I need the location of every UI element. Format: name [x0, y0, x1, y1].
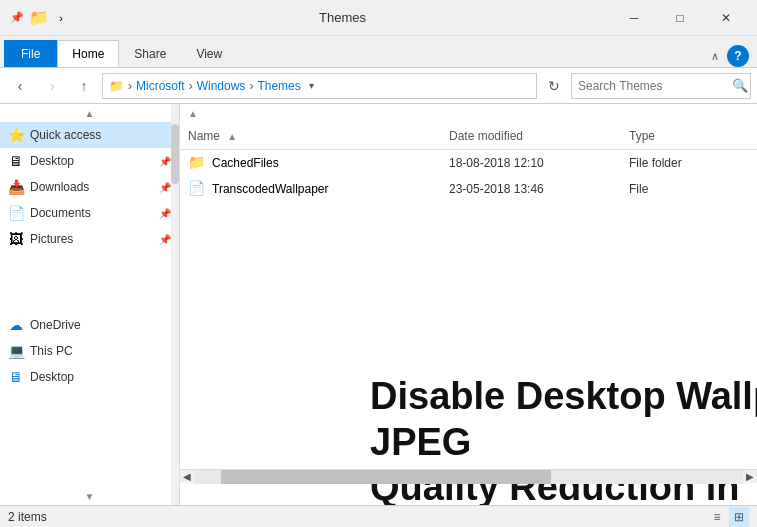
sidebar-this-pc-label: This PC: [30, 344, 73, 358]
sidebar-item-desktop2[interactable]: 🖥 Desktop: [0, 364, 179, 390]
desktop2-icon: 🖥: [8, 369, 24, 385]
sidebar-desktop2-label: Desktop: [30, 370, 74, 384]
sidebar-scroll-down[interactable]: ▼: [0, 487, 179, 505]
pin-downloads-icon: 📌: [159, 182, 171, 193]
search-box[interactable]: 🔍: [571, 73, 751, 99]
file-date-cached: 18-08-2018 12:10: [449, 156, 629, 170]
maximize-button[interactable]: □: [657, 0, 703, 36]
minimize-button[interactable]: ─: [611, 0, 657, 36]
sidebar-downloads-label: Downloads: [30, 180, 89, 194]
desktop-icon: 🖥: [8, 153, 24, 169]
scroll-right-button[interactable]: ▶: [743, 470, 757, 484]
forward-button[interactable]: ›: [38, 72, 66, 100]
help-button[interactable]: ?: [727, 45, 749, 67]
table-row[interactable]: 📄 TranscodedWallpaper 23-05-2018 13:46 F…: [180, 176, 757, 202]
pin-desktop-icon: 📌: [159, 156, 171, 167]
tab-view[interactable]: View: [181, 40, 237, 67]
scroll-thumb: [221, 470, 550, 484]
path-folder-icon: 📁: [109, 79, 124, 93]
horizontal-scrollbar[interactable]: ◀ ▶: [180, 469, 757, 483]
search-input[interactable]: [578, 79, 728, 93]
tab-home[interactable]: Home: [57, 40, 119, 67]
scroll-left-button[interactable]: ◀: [180, 470, 194, 484]
sidebar-item-pictures[interactable]: 🖼 Pictures 📌: [0, 226, 179, 252]
title-bar-icons: 📌 📁 ›: [8, 9, 70, 27]
pictures-icon: 🖼: [8, 231, 24, 247]
path-sep-0: ›: [128, 79, 132, 93]
col-date[interactable]: Date modified: [449, 129, 629, 143]
ribbon-tabs: File Home Share View ∧ ?: [0, 36, 757, 68]
address-bar: ‹ › ↑ 📁 › Microsoft › Windows › Themes ▾…: [0, 68, 757, 104]
arrow-icon: ›: [52, 9, 70, 27]
status-item-count: 2 items: [8, 510, 699, 524]
folder-cached-icon: 📁: [188, 154, 206, 172]
sidebar-item-downloads[interactable]: 📥 Downloads 📌: [0, 174, 179, 200]
search-icon[interactable]: 🔍: [732, 78, 748, 93]
ribbon-right: ∧ ?: [707, 45, 757, 67]
tab-file[interactable]: File: [4, 40, 57, 67]
documents-icon: 📄: [8, 205, 24, 221]
file-list-header: Name ▲ Date modified Type: [180, 122, 757, 150]
sidebar-item-this-pc[interactable]: 💻 This PC: [0, 338, 179, 364]
file-type-transcoded: File: [629, 182, 749, 196]
sidebar-pictures-label: Pictures: [30, 232, 73, 246]
sidebar-onedrive-label: OneDrive: [30, 318, 81, 332]
path-sep-2: ›: [249, 79, 253, 93]
sidebar-item-quick-access[interactable]: ⭐ Quick access: [0, 122, 179, 148]
col-name[interactable]: Name ▲: [188, 129, 449, 143]
file-area-wrapper: ▲ Name ▲ Date modified Type 📁 CachedFile…: [180, 104, 757, 505]
close-button[interactable]: ✕: [703, 0, 749, 36]
window-title: Themes: [74, 10, 611, 25]
address-path[interactable]: 📁 › Microsoft › Windows › Themes ▾: [102, 73, 537, 99]
sidebar-documents-label: Documents: [30, 206, 91, 220]
view-icons: ≡ ⊞: [707, 507, 749, 527]
file-date-transcoded: 23-05-2018 13:46: [449, 182, 629, 196]
status-bar: 2 items ≡ ⊞: [0, 505, 757, 527]
refresh-button[interactable]: ↻: [541, 73, 567, 99]
main-layout: ▲ ⭐ Quick access 🖥 Desktop 📌 📥 Downloads…: [0, 104, 757, 505]
view-detail-button[interactable]: ≡: [707, 507, 727, 527]
view-grid-button[interactable]: ⊞: [729, 507, 749, 527]
pin-pictures-icon: 📌: [159, 234, 171, 245]
col-name-label: Name: [188, 129, 220, 143]
sidebar-item-documents[interactable]: 📄 Documents 📌: [0, 200, 179, 226]
this-pc-icon: 💻: [8, 343, 24, 359]
table-row[interactable]: 📁 CachedFiles 18-08-2018 12:10 File fold…: [180, 150, 757, 176]
sidebar-desktop-label: Desktop: [30, 154, 74, 168]
path-themes[interactable]: Themes: [257, 79, 300, 93]
path-windows[interactable]: Windows: [197, 79, 246, 93]
downloads-icon: 📥: [8, 179, 24, 195]
folder-icon: 📁: [30, 9, 48, 27]
sidebar-scrollbar[interactable]: [171, 104, 179, 505]
up-button[interactable]: ↑: [70, 72, 98, 100]
col-type[interactable]: Type: [629, 129, 749, 143]
back-button[interactable]: ‹: [6, 72, 34, 100]
sidebar-item-desktop[interactable]: 🖥 Desktop 📌: [0, 148, 179, 174]
sidebar: ▲ ⭐ Quick access 🖥 Desktop 📌 📥 Downloads…: [0, 104, 180, 505]
file-area: ▲ Name ▲ Date modified Type 📁 CachedFile…: [180, 104, 757, 505]
pin-icon: 📌: [8, 9, 26, 27]
file-name-transcoded: TranscodedWallpaper: [212, 182, 449, 196]
star-icon: ⭐: [8, 127, 24, 143]
scroll-track[interactable]: [194, 470, 743, 484]
path-sep-1: ›: [189, 79, 193, 93]
ribbon-chevron-icon[interactable]: ∧: [707, 46, 723, 67]
file-name-cached: CachedFiles: [212, 156, 449, 170]
file-transcoded-icon: 📄: [188, 180, 206, 198]
sidebar-item-onedrive[interactable]: ☁ OneDrive: [0, 312, 179, 338]
sidebar-scrollbar-thumb: [171, 124, 179, 184]
pin-documents-icon: 📌: [159, 208, 171, 219]
title-bar: 📌 📁 › Themes ─ □ ✕: [0, 0, 757, 36]
sidebar-quick-access-label: Quick access: [30, 128, 101, 142]
path-dropdown-icon[interactable]: ▾: [309, 80, 314, 91]
path-microsoft[interactable]: Microsoft: [136, 79, 185, 93]
file-type-cached: File folder: [629, 156, 749, 170]
sort-arrow-top[interactable]: ▲: [188, 108, 198, 119]
tab-share[interactable]: Share: [119, 40, 181, 67]
window-controls: ─ □ ✕: [611, 0, 749, 36]
sidebar-scroll-up[interactable]: ▲: [0, 104, 179, 122]
onedrive-icon: ☁: [8, 317, 24, 333]
sort-arrow-icon: ▲: [227, 131, 237, 142]
